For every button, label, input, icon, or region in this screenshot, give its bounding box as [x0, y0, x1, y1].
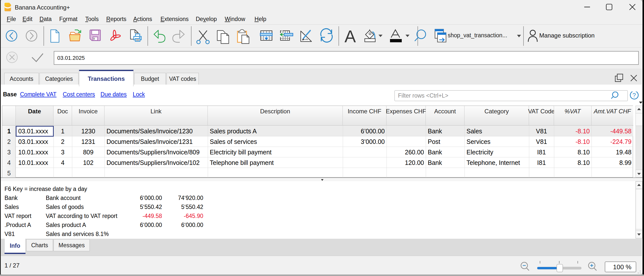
svg-text:Manage subscription: Manage subscription	[539, 32, 594, 39]
svg-text:A: A	[344, 27, 356, 46]
svg-text:100 %: 100 %	[613, 263, 632, 271]
svg-text:shop_vat_transaction...: shop_vat_transaction...	[448, 32, 507, 39]
svg-text:?: ?	[632, 92, 636, 99]
